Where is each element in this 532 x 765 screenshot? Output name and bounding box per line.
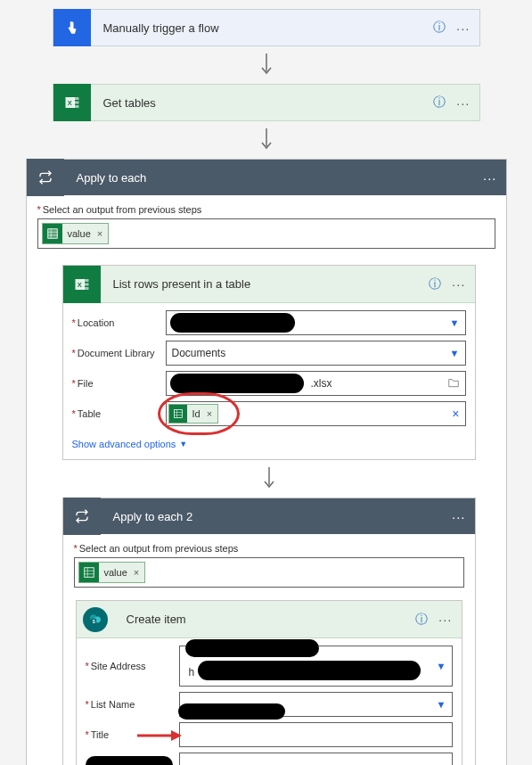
table-input[interactable]: Id × ×	[166, 401, 466, 426]
svg-text:S: S	[92, 619, 94, 623]
help-icon[interactable]: ⓘ	[415, 612, 428, 628]
apply-title: Apply to each	[64, 171, 483, 185]
create-item-panel: S Create item ⓘ ···	[76, 600, 462, 765]
excel-icon	[169, 405, 187, 423]
sharepoint-icon: S	[77, 601, 114, 638]
chevron-down-icon[interactable]: ▼	[437, 661, 446, 671]
title-field-label: *Title	[86, 729, 179, 740]
loop-icon	[27, 159, 64, 196]
svg-rect-22	[84, 568, 94, 578]
help-icon[interactable]: ⓘ	[429, 276, 441, 292]
remove-token-icon[interactable]: ×	[204, 408, 217, 419]
remove-token-icon[interactable]: ×	[94, 228, 108, 239]
site-address-label: *Site Address	[86, 661, 179, 671]
apply2-title: Apply to each 2	[101, 510, 452, 523]
create-item-title: Create item	[114, 613, 415, 626]
doclib-label: *Document Library	[72, 348, 166, 358]
arrow-icon	[62, 460, 476, 498]
help-icon[interactable]: ⓘ	[433, 95, 446, 111]
chevron-down-icon[interactable]: ▼	[437, 699, 446, 710]
remove-token-icon[interactable]: ×	[131, 567, 144, 578]
apply-menu[interactable]: ···	[483, 170, 497, 185]
svg-rect-5	[73, 105, 78, 108]
doclib-input[interactable]: Documents ▼	[166, 341, 466, 366]
trigger-title: Manually trigger a flow	[91, 21, 433, 35]
svg-rect-4	[73, 102, 78, 104]
svg-text:X: X	[77, 281, 81, 289]
file-label: *File	[72, 378, 166, 389]
excel-icon	[79, 563, 99, 582]
value-token[interactable]: value ×	[78, 562, 146, 583]
title-input[interactable]	[179, 722, 453, 747]
id-token[interactable]: Id ×	[168, 404, 219, 424]
touch-icon	[53, 9, 91, 46]
list-rows-title: List rows present in a table	[101, 277, 429, 291]
excel-icon: X	[63, 266, 101, 303]
help-icon[interactable]: ⓘ	[433, 20, 446, 36]
loop-icon	[63, 498, 101, 535]
svg-rect-7	[47, 229, 57, 239]
location-input[interactable]: ▼	[166, 310, 466, 335]
svg-text:X: X	[67, 99, 71, 107]
list-rows-panel: X List rows present in a table ⓘ ··· *Lo…	[62, 265, 476, 460]
chevron-down-icon[interactable]: ▼	[450, 317, 460, 328]
trigger-card[interactable]: Manually trigger a flow ⓘ ···	[53, 9, 480, 46]
svg-rect-17	[174, 410, 182, 418]
redaction	[170, 313, 295, 333]
create-item-header[interactable]: S Create item ⓘ ···	[77, 601, 462, 638]
list-name-label: *List Name	[86, 699, 179, 710]
redaction	[170, 374, 304, 393]
redaction	[198, 661, 421, 680]
apply-to-each-2-panel: Apply to each 2 ··· *Select an output fr…	[62, 498, 476, 765]
list-rows-menu[interactable]: ···	[452, 276, 466, 292]
apply2-header[interactable]: Apply to each 2 ···	[63, 498, 475, 534]
value-token[interactable]: value ×	[42, 223, 110, 244]
svg-rect-14	[83, 279, 88, 282]
apply-to-each-header[interactable]: Apply to each ···	[27, 160, 506, 195]
trigger-menu[interactable]: ···	[456, 21, 471, 36]
select-output-label: *Select an output from previous steps	[74, 543, 464, 554]
trigger-card-row: Manually trigger a flow ⓘ ···	[53, 9, 480, 46]
get-tables-title: Get tables	[91, 96, 433, 110]
flow-canvas: Manually trigger a flow ⓘ ··· X Get tabl…	[0, 0, 532, 765]
select-output-label: *Select an output from previous steps	[37, 204, 495, 215]
get-tables-card[interactable]: X Get tables ⓘ ···	[53, 84, 480, 121]
redacted-input[interactable]	[179, 753, 453, 765]
arrow-icon	[18, 121, 514, 159]
table-label: *Table	[72, 408, 166, 419]
svg-rect-16	[83, 287, 88, 290]
create-item-menu[interactable]: ···	[438, 612, 453, 627]
arrow-icon	[18, 46, 514, 84]
get-tables-menu[interactable]: ···	[456, 95, 471, 111]
site-address-input[interactable]: h ▼	[179, 646, 453, 687]
apply-to-each-panel: Apply to each ··· *Select an output from…	[26, 159, 507, 765]
redaction	[185, 639, 319, 657]
excel-icon: X	[53, 84, 91, 121]
redaction	[178, 703, 285, 720]
excel-icon	[43, 224, 62, 243]
list-name-input[interactable]: ▼	[179, 692, 453, 717]
list-rows-header[interactable]: X List rows present in a table ⓘ ···	[63, 266, 475, 303]
redacted-label	[86, 756, 179, 765]
chevron-down-icon: ▼	[179, 440, 187, 448]
get-tables-row: X Get tables ⓘ ···	[53, 84, 480, 121]
select-output-input[interactable]: value ×	[74, 557, 464, 588]
chevron-down-icon[interactable]: ▼	[450, 348, 460, 358]
show-advanced-options[interactable]: Show advanced options ▼	[72, 439, 188, 449]
select-output-input[interactable]: value ×	[37, 218, 495, 249]
apply2-menu[interactable]: ···	[452, 509, 466, 524]
svg-rect-3	[73, 97, 78, 100]
file-input[interactable]: .xlsx	[166, 371, 466, 396]
clear-icon[interactable]: ×	[452, 407, 459, 421]
location-label: *Location	[72, 317, 166, 328]
svg-rect-15	[83, 283, 88, 285]
folder-icon[interactable]	[447, 377, 460, 391]
